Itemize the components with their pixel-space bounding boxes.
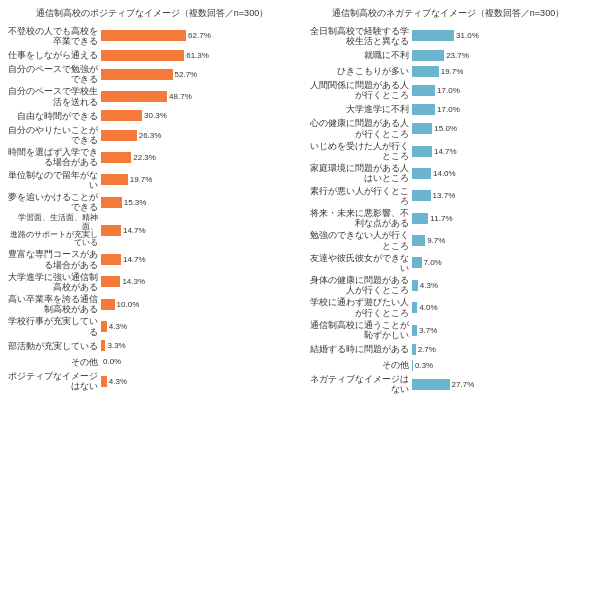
bar-wrap: 15.3% <box>101 197 296 208</box>
bar-value: 7.0% <box>424 258 442 267</box>
bar-label: いじめを受けた人が行くところ <box>304 141 409 161</box>
bar <box>412 213 428 224</box>
bar-wrap: 13.7% <box>412 190 592 201</box>
bar-value: 23.7% <box>446 51 469 60</box>
bar-value: 31.0% <box>456 31 479 40</box>
bar-label: 将来・未来に悪影響、不利な点がある <box>304 208 409 228</box>
bar <box>412 85 435 96</box>
bar-value: 14.0% <box>433 169 456 178</box>
bar-wrap: 61.3% <box>101 50 296 61</box>
bar-row: 全日制高校で経験する学校生活と異なる31.0% <box>304 26 592 46</box>
bar <box>412 325 417 336</box>
bar-row: ネガティブなイメージはない27.7% <box>304 374 592 394</box>
bar-label: 豊富な専門コースがある場合がある <box>8 249 98 269</box>
bar-label: その他 <box>304 360 409 370</box>
bar-value: 14.3% <box>122 277 145 286</box>
bar-row: 部活動が充実している3.3% <box>8 339 296 353</box>
bar-row: その他0.3% <box>304 358 592 372</box>
bar-label: 単位制なので留年がない <box>8 170 98 190</box>
bar-wrap: 4.3% <box>101 321 296 332</box>
bar-row: 将来・未来に悪影響、不利な点がある11.7% <box>304 208 592 228</box>
bar <box>101 130 137 141</box>
bar-label: 全日制高校で経験する学校生活と異なる <box>304 26 409 46</box>
bar-label: 部活動が充実している <box>8 341 98 351</box>
bar-label: 友達や彼氏彼女ができない <box>304 253 409 273</box>
right-panel: 通信制高校のネガティブなイメージ（複数回答／n=300） 全日制高校で経験する学… <box>300 8 596 397</box>
bar-value: 9.7% <box>427 236 445 245</box>
bar <box>412 50 444 61</box>
bar-value: 52.7% <box>175 70 198 79</box>
bar <box>412 168 431 179</box>
bar-row: 自分のやりたいことができる26.3% <box>8 125 296 145</box>
bar-wrap: 9.7% <box>412 235 592 246</box>
bar-row: 友達や彼氏彼女ができない7.0% <box>304 253 592 273</box>
bar-label: ネガティブなイメージはない <box>304 374 409 394</box>
bar-label: 不登校の人でも高校を卒業できる <box>8 26 98 46</box>
right-panel-title: 通信制高校のネガティブなイメージ（複数回答／n=300） <box>304 8 592 20</box>
bar <box>412 360 413 371</box>
bar <box>412 30 454 41</box>
bar-wrap: 27.7% <box>412 379 592 390</box>
left-panel: 通信制高校のポジティブなイメージ（複数回答／n=300） 不登校の人でも高校を卒… <box>4 8 300 397</box>
bar-row: 時間を選ばず入学できる場合がある22.3% <box>8 147 296 167</box>
left-bars: 不登校の人でも高校を卒業できる62.7%仕事をしながら通える61.3%自分のペー… <box>8 26 296 392</box>
bar-row: 自分のペースで学校生活を送れる48.7% <box>8 86 296 106</box>
bar-wrap: 52.7% <box>101 69 296 80</box>
bar <box>412 257 422 268</box>
bar <box>412 344 416 355</box>
bar <box>101 30 186 41</box>
bar-value: 2.7% <box>418 345 436 354</box>
bar-label: 学習面、生活面、精神面、 進路のサポートが充実している <box>8 214 98 247</box>
bar-label: 自分のペースで学校生活を送れる <box>8 86 98 106</box>
bar-label: 自分のペースで勉強ができる <box>8 64 98 84</box>
bar-wrap: 17.0% <box>412 85 592 96</box>
bar-wrap: 15.0% <box>412 123 592 134</box>
bar-label: 勉強のできない人が行くところ <box>304 230 409 250</box>
bar <box>101 299 115 310</box>
bar-value: 0.3% <box>415 361 433 370</box>
bar-label: ポジティブなイメージはない <box>8 371 98 391</box>
bar <box>412 104 435 115</box>
bar-wrap: 14.7% <box>412 146 592 157</box>
bar-value: 15.0% <box>434 124 457 133</box>
bar-row: その他0.0% <box>8 355 296 369</box>
bar <box>101 340 105 351</box>
bar <box>412 280 418 291</box>
bar-row: 家庭環境に問題がある人はいところ14.0% <box>304 163 592 183</box>
main-container: 通信制高校のポジティブなイメージ（複数回答／n=300） 不登校の人でも高校を卒… <box>0 0 600 405</box>
bar-label: 大学進学に強い通信制高校がある <box>8 272 98 292</box>
bar <box>412 190 431 201</box>
bar <box>412 379 450 390</box>
bar-value: 15.3% <box>124 198 147 207</box>
bar-value: 17.0% <box>437 105 460 114</box>
bar-row: いじめを受けた人が行くところ14.7% <box>304 141 592 161</box>
bar <box>412 123 432 134</box>
bar-label: 通信制高校に通うことが恥ずかしい <box>304 320 409 340</box>
bar <box>412 235 425 246</box>
bar-label: 身体の健康に問題がある人が行くところ <box>304 275 409 295</box>
bar-label: 素行が悪い人が行くところ <box>304 186 409 206</box>
bar <box>101 69 173 80</box>
bar-wrap: 3.3% <box>101 340 296 351</box>
bar-value: 19.7% <box>130 175 153 184</box>
bar-row: 学習面、生活面、精神面、 進路のサポートが充実している14.7% <box>8 214 296 247</box>
bar-wrap: 22.3% <box>101 152 296 163</box>
bar-label: 仕事をしながら通える <box>8 50 98 60</box>
bar-row: 身体の健康に問題がある人が行くところ4.3% <box>304 275 592 295</box>
bar <box>101 254 121 265</box>
bar-value: 11.7% <box>430 214 453 223</box>
bar-value: 4.0% <box>419 303 437 312</box>
bar-wrap: 4.3% <box>101 376 296 387</box>
bar-row: 通信制高校に通うことが恥ずかしい3.7% <box>304 320 592 340</box>
bar-value: 19.7% <box>441 67 464 76</box>
bar-row: 高い卒業率を誇る通信制高校がある10.0% <box>8 294 296 314</box>
bar-wrap: 0.0% <box>101 356 296 367</box>
bar-value: 30.3% <box>144 111 167 120</box>
bar-row: 学校に通わず遊びたい人が行くところ4.0% <box>304 297 592 317</box>
bar-value: 61.3% <box>186 51 209 60</box>
bar-value: 4.3% <box>109 377 127 386</box>
right-bars: 全日制高校で経験する学校生活と異なる31.0%就職に不利23.7%ひきこもりが多… <box>304 26 592 395</box>
bar-row: 学校行事が充実している4.3% <box>8 316 296 336</box>
bar-row: 夢を追いかけることができる15.3% <box>8 192 296 212</box>
bar-wrap: 30.3% <box>101 110 296 121</box>
